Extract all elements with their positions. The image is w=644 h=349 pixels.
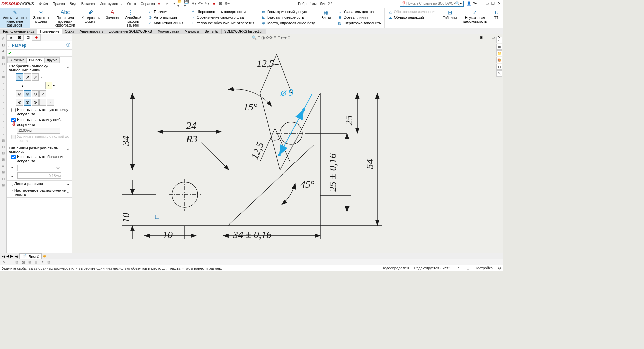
subtab-other[interactable]: Другие bbox=[44, 57, 60, 63]
dim-45deg[interactable]: 45° bbox=[300, 179, 314, 190]
arrowhead-1[interactable]: ⊘ bbox=[16, 90, 23, 97]
view-icon[interactable]: ⊡▾ bbox=[277, 35, 283, 40]
arrowhead-2[interactable]: ⊗ bbox=[24, 90, 31, 97]
mini-icon[interactable]: ↗ bbox=[40, 260, 45, 265]
ribbon-smartdim[interactable]: ✎ Автоматическое нанесение размеров bbox=[0, 8, 30, 28]
rail-icon[interactable]: ▫ bbox=[1, 87, 6, 92]
select-icon[interactable]: ↖▾ bbox=[204, 1, 210, 7]
ribbon-spell[interactable]: AbcПрограмма проверки орфографии bbox=[52, 8, 78, 28]
rail-icon[interactable]: ⊞ bbox=[1, 157, 6, 162]
balloon-btn[interactable]: ⊙Позиция bbox=[147, 9, 184, 14]
mini-icon[interactable]: ⊞ bbox=[27, 260, 32, 265]
dim-34[interactable]: 34 bbox=[120, 136, 131, 146]
sheet-nav-first-icon[interactable]: ⏮ bbox=[1, 254, 5, 258]
arrowhead-8[interactable]: ⟋ bbox=[39, 99, 46, 106]
subtab-leaders[interactable]: Выноски bbox=[26, 57, 45, 63]
mini-icon[interactable]: ⊡ bbox=[14, 260, 19, 265]
rail-icon[interactable]: ⊞ bbox=[1, 74, 6, 79]
checkbox-input[interactable] bbox=[9, 182, 13, 186]
ribbon-formatpainter[interactable]: 🖌Копировать формат bbox=[78, 8, 103, 28]
panel-tab-config[interactable]: ⊞ bbox=[15, 34, 24, 41]
undo-icon[interactable]: ↶▾ bbox=[198, 1, 204, 7]
sheet-nav-next-icon[interactable]: ▶ bbox=[10, 254, 13, 258]
pin-icon[interactable]: ★ bbox=[157, 1, 161, 6]
rail-icon[interactable]: ▫ bbox=[1, 93, 6, 98]
centermark-btn[interactable]: ⊕Указатель центра bbox=[336, 9, 382, 14]
dim-10-left[interactable]: 10 bbox=[120, 213, 131, 223]
rail-icon[interactable]: ⊡ bbox=[1, 144, 6, 149]
child-max-icon[interactable]: ▭ bbox=[490, 35, 496, 40]
arrowhead-3[interactable]: ⊖ bbox=[32, 90, 39, 97]
rail-icon[interactable]: ▫ bbox=[1, 112, 6, 117]
dim-r3[interactable]: R3 bbox=[186, 133, 197, 145]
print-icon[interactable]: 🖨▾ bbox=[191, 1, 197, 7]
surface-btn[interactable]: √Шероховатость поверхности bbox=[190, 9, 255, 14]
sheet-tab-active[interactable]: 📄 Лист2 bbox=[19, 253, 42, 259]
ribbon-model-items[interactable]: ✶Элементы модели bbox=[30, 8, 52, 28]
taskpane-resources-icon[interactable]: ⊞ bbox=[496, 44, 502, 50]
panel-help-icon[interactable]: ⓘ bbox=[66, 42, 70, 48]
home-icon[interactable]: ⌂ bbox=[164, 1, 170, 7]
rail-icon[interactable]: ▫ bbox=[1, 125, 6, 130]
tab-viewlayout[interactable]: Расположение вида bbox=[0, 29, 37, 34]
new-icon[interactable]: ▫▾ bbox=[171, 1, 177, 7]
child-min-icon[interactable]: — bbox=[484, 35, 490, 40]
ribbon-tt[interactable]: πTT bbox=[490, 8, 503, 28]
minimize-icon[interactable]: — bbox=[478, 1, 484, 6]
datumtarget-btn[interactable]: ⊕Место, определяющее базу bbox=[260, 20, 316, 26]
add-sheet-icon[interactable]: ⊕ bbox=[43, 254, 46, 258]
section-customtext[interactable]: Настроенное расположение текста⌄ bbox=[7, 187, 72, 198]
dim-12.5-top[interactable]: 12,5 bbox=[257, 58, 274, 69]
save-icon[interactable]: 💾▾ bbox=[184, 1, 190, 7]
view-icon[interactable]: ⊞ bbox=[273, 35, 277, 40]
help-search[interactable]: ❓ 🔍▾ bbox=[400, 1, 464, 7]
checkbox-input[interactable] bbox=[11, 108, 16, 112]
status-unit-icon[interactable]: ⊡ bbox=[466, 266, 469, 270]
section-head[interactable]: Отобразить выноску/выносные линии⌃ bbox=[9, 64, 70, 72]
open-icon[interactable]: 📂▾ bbox=[177, 1, 183, 7]
arrowhead-7[interactable]: ⊘ bbox=[32, 99, 39, 106]
ribbon-notearray[interactable]: ⋮⋮Линейный массив заметок bbox=[122, 8, 144, 28]
arrow-dropdown[interactable]: ▫ bbox=[45, 82, 52, 89]
dim-24[interactable]: 24 bbox=[186, 120, 196, 131]
rail-icon[interactable]: A bbox=[1, 36, 6, 41]
ribbon-note[interactable]: AЗаметка bbox=[103, 8, 122, 28]
view-icon[interactable]: ⟲ bbox=[265, 35, 269, 40]
status-custom[interactable]: Настройка bbox=[475, 266, 493, 270]
sheet-nav-prev-icon[interactable]: ◀ bbox=[6, 254, 9, 258]
lineweight-input[interactable] bbox=[17, 172, 61, 179]
dim-25[interactable]: 25 bbox=[343, 115, 355, 126]
drawing-view[interactable]: 12,5 15° ⌀ 9 24 R3 34 12,5 25 25 ± 0,16 … bbox=[89, 34, 424, 249]
autoballoon-btn[interactable]: ⊛Авто-позиция bbox=[147, 15, 184, 20]
dim-54[interactable]: 54 bbox=[364, 159, 375, 169]
options-icon[interactable]: ⊞ bbox=[218, 1, 224, 7]
magline-btn[interactable]: ∩Магнитная линия bbox=[147, 20, 184, 26]
child-tile-icon[interactable]: ⊞ bbox=[478, 35, 484, 40]
ribbon-blocks[interactable]: ▦Блоки bbox=[318, 8, 334, 28]
leader-style-2[interactable]: ↗ bbox=[24, 73, 31, 81]
hatch-btn[interactable]: ▨Штриховка/заполнить bbox=[336, 20, 382, 26]
dropdown-chevron-icon[interactable]: ▾ bbox=[53, 83, 55, 88]
arrowhead-4[interactable]: ⟋ bbox=[39, 90, 46, 97]
mini-icon[interactable]: ⊟ bbox=[33, 260, 39, 265]
gtol-btn[interactable]: ▭Геометрический допуск bbox=[260, 9, 316, 14]
tab-semantic[interactable]: Semantic bbox=[202, 29, 222, 34]
menu-view[interactable]: Вид bbox=[67, 1, 79, 7]
drawing-canvas[interactable]: 12,5 15° ⌀ 9 24 R3 34 12,5 25 25 ± 0,16 … bbox=[72, 34, 503, 253]
rail-icon[interactable]: ▫ bbox=[1, 131, 6, 137]
close-icon[interactable]: ✕ bbox=[496, 1, 502, 6]
menu-window[interactable]: Окно bbox=[125, 1, 138, 7]
menu-insert[interactable]: Вставка bbox=[79, 1, 97, 7]
checkbox-second-arrow[interactable]: Использовать вторую стрелку документа bbox=[9, 107, 70, 117]
rail-icon[interactable]: ⊟ bbox=[1, 150, 6, 156]
view-icon[interactable]: •▾ bbox=[283, 35, 287, 40]
dim-25tol[interactable]: 25 ± 0,16 bbox=[327, 153, 338, 192]
tab-macros[interactable]: Макросы bbox=[182, 29, 202, 34]
status-lock-icon[interactable]: ⊙ bbox=[498, 266, 501, 270]
settings-icon[interactable]: ⚙▾ bbox=[224, 1, 230, 7]
centerline-btn[interactable]: ⊟Осевая линия bbox=[336, 15, 382, 20]
leader-style-3[interactable]: ⤢ bbox=[32, 73, 39, 81]
leader-style-4[interactable]: ⟋ bbox=[39, 75, 43, 79]
arrowhead-5[interactable]: ⊙ bbox=[16, 99, 23, 106]
datum-btn[interactable]: ◣Базовая поверхность bbox=[260, 15, 316, 20]
